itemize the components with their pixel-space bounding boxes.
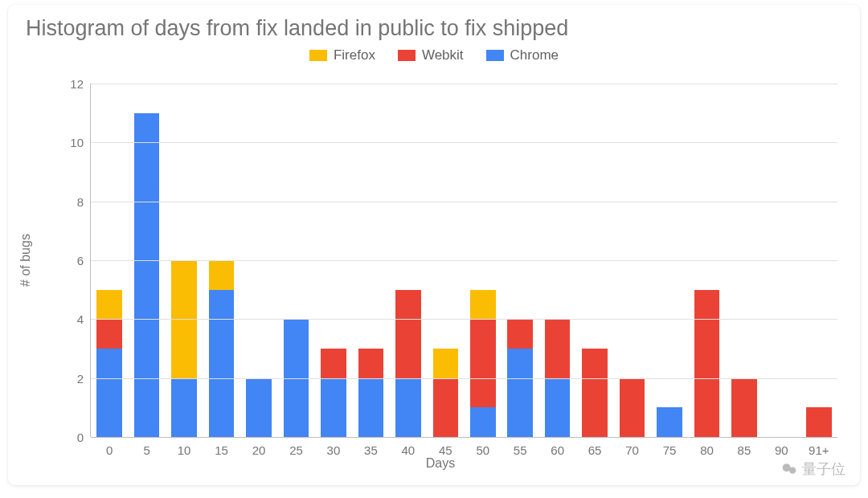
x-tick: 90 [775,443,788,457]
bar-segment-chrome [171,378,197,437]
bar-stack [134,113,160,437]
bar-segment-chrome [507,349,533,437]
bar-segment-chrome [358,378,384,437]
legend: FirefoxWebkitChrome [8,44,860,65]
grid-line [91,84,837,84]
x-tick: 35 [364,443,378,457]
legend-label: Webkit [422,47,464,63]
bar-segment-firefox [209,260,235,290]
x-tick: 20 [252,443,266,457]
bar-stack [246,378,272,437]
x-tick: 80 [700,443,714,457]
x-tick: 60 [551,443,564,457]
bar-segment-chrome [545,378,571,437]
bar-stack [321,349,346,437]
bar-segment-chrome [96,349,122,437]
x-tick: 10 [178,443,191,457]
bar-stack [620,378,645,437]
legend-swatch [486,50,504,61]
x-tick: 5 [144,443,150,457]
bar-segment-webkit [321,349,346,378]
bar-stack [96,290,122,437]
bar-segment-webkit [582,349,608,437]
legend-item-chrome: Chrome [486,47,559,63]
bar-segment-webkit [358,349,384,378]
x-tick: 15 [215,443,228,457]
bar-segment-chrome [321,378,346,437]
bar-segment-chrome [134,113,160,437]
y-tick: 12 [51,77,84,91]
y-tick: 6 [51,254,84,267]
grid-line [91,378,837,379]
y-tick: 8 [51,194,84,208]
x-tick: 45 [439,443,452,457]
grid-line [91,437,837,438]
bar-stack [209,260,235,437]
bar-segment-webkit [620,378,645,437]
bar-segment-webkit [507,319,533,349]
y-axis-label: # of bugs [18,234,33,287]
legend-item-firefox: Firefox [309,47,375,63]
y-tick: 10 [51,136,84,149]
bar-segment-chrome [209,290,235,437]
legend-swatch [309,50,327,61]
bar-segment-chrome [246,378,272,437]
x-tick: 91+ [809,443,829,457]
bar-stack [657,407,682,437]
bar-stack [806,407,832,437]
y-tick: 0 [51,431,84,444]
bar-segment-webkit [433,378,459,437]
legend-swatch [398,50,416,61]
legend-label: Firefox [334,47,375,63]
svg-point-1 [789,467,796,474]
bar-segment-webkit [694,290,720,437]
bar-segment-chrome [657,407,682,437]
bar-stack [433,349,459,437]
x-tick: 40 [402,443,416,457]
plot-area: # of bugs 024681012 05101520253035404550… [37,84,841,437]
y-ticks: 024681012 [51,84,84,437]
bar-stack [731,378,757,437]
bar-segment-webkit [545,319,571,378]
chart-title: Histogram of days from fix landed in pub… [8,5,860,44]
x-tick: 50 [476,443,489,457]
bar-stack [171,260,197,437]
x-tick: 75 [663,443,677,457]
plot: 05101520253035404550556065707580859091+ [90,84,837,437]
bar-segment-firefox [470,290,496,320]
bar-segment-chrome [470,407,496,437]
wechat-icon [781,461,797,477]
bar-stack [582,349,608,437]
bar-segment-firefox [433,349,459,378]
x-tick: 55 [514,443,527,457]
bar-segment-webkit [806,407,832,437]
y-tick: 2 [51,371,84,385]
x-tick: 65 [588,443,602,457]
y-tick: 4 [51,312,84,326]
bar-segment-webkit [96,319,122,349]
bar-segment-webkit [731,378,757,437]
x-tick: 85 [738,443,751,457]
bar-segment-webkit [395,290,421,378]
watermark-label: 量子位 [802,459,845,479]
bar-segment-webkit [470,319,496,407]
x-tick: 0 [106,443,113,457]
bar-stack [358,349,384,437]
chart-card: Histogram of days from fix landed in pub… [8,5,860,485]
x-tick: 25 [289,443,303,457]
x-tick: 30 [327,443,341,457]
bar-stack [470,290,496,437]
grid-line [91,319,837,320]
grid-line [91,202,837,202]
legend-label: Chrome [510,47,559,63]
x-tick: 70 [625,443,639,457]
bar-stack [694,290,720,437]
legend-item-webkit: Webkit [398,47,464,63]
grid-line [91,260,837,261]
grid-line [91,142,837,143]
bar-stack [395,290,421,437]
x-axis-label: Days [21,456,860,471]
watermark: 量子位 [781,459,845,479]
bar-segment-firefox [96,290,122,320]
bar-segment-chrome [395,378,421,437]
